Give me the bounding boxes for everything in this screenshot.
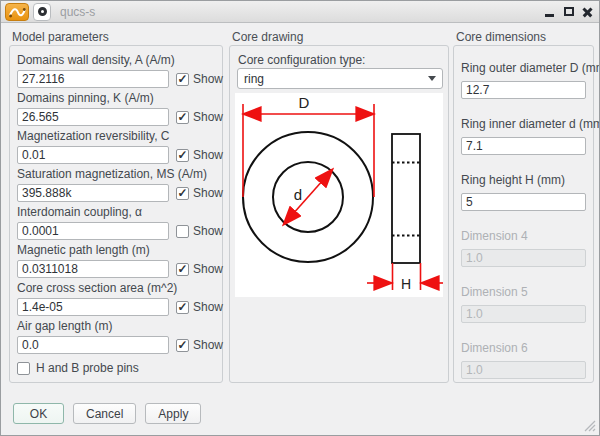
- param-field-cross-section: Core cross section area (m^2) ✓ Show: [17, 281, 217, 316]
- label-inner-diameter: d: [294, 186, 302, 203]
- dim-field-4: Dimension 4: [461, 229, 587, 267]
- titlebar: qucs-s: [1, 1, 599, 23]
- label-height: H: [401, 276, 411, 292]
- resize-grip[interactable]: [583, 419, 596, 432]
- param-field-pinning: Domains pinning, K (A/m) ✓ Show: [17, 91, 217, 126]
- core-dimensions-body: Ring outer diameter D (mm) Ring inner di…: [461, 61, 587, 397]
- chevron-down-icon: [428, 76, 436, 81]
- param-label: Magnetic path length (m): [17, 243, 217, 258]
- dim-label: Dimension 6: [461, 341, 587, 356]
- apply-button[interactable]: Apply: [145, 403, 201, 424]
- dim-label: Ring outer diameter D (mm): [461, 61, 587, 76]
- show-label: Show: [193, 338, 223, 352]
- core-diagram-canvas: D d H: [235, 93, 443, 297]
- minimize-icon: [545, 14, 554, 17]
- dim-input-4: [461, 249, 586, 267]
- show-checkbox[interactable]: ✓: [176, 73, 189, 86]
- show-checkbox[interactable]: ✓: [176, 187, 189, 200]
- show-checkbox[interactable]: ✓: [176, 263, 189, 276]
- show-label: Show: [193, 262, 223, 276]
- window-menu-icon[interactable]: [33, 3, 51, 21]
- group-title-core-dimensions: Core dimensions: [456, 30, 546, 44]
- probe-pins-row: ✓ H and B probe pins: [17, 361, 217, 375]
- core-config-value: ring: [244, 72, 264, 86]
- show-checkbox[interactable]: ✓: [176, 339, 189, 352]
- dialog-buttons: OK Cancel Apply: [13, 403, 201, 424]
- probe-pins-label: H and B probe pins: [36, 361, 139, 375]
- show-label: Show: [193, 300, 223, 314]
- dialog-window: qucs-s Model parameters Core drawing Cor…: [0, 0, 600, 436]
- param-label: Magnetization reversibility, C: [17, 129, 217, 144]
- param-field-coupling: Interdomain coupling, α ✓ Show: [17, 205, 217, 240]
- maximize-button[interactable]: [561, 4, 576, 19]
- dim-label: Dimension 5: [461, 285, 587, 300]
- dim-input-inner-diameter[interactable]: [461, 137, 586, 155]
- cancel-button[interactable]: Cancel: [73, 403, 136, 424]
- dim-label: Dimension 4: [461, 229, 587, 244]
- core-config-label: Core configuration type:: [238, 53, 365, 67]
- dim-field-6: Dimension 6: [461, 341, 587, 379]
- checkmark-icon: ✓: [177, 339, 187, 351]
- show-label: Show: [193, 148, 223, 162]
- maximize-icon: [564, 7, 574, 16]
- core-config-select[interactable]: ring: [237, 68, 443, 89]
- dim-input-outer-diameter[interactable]: [461, 81, 586, 99]
- minimize-button[interactable]: [542, 4, 557, 19]
- ring-side-view: [392, 134, 420, 263]
- param-input-coupling[interactable]: [17, 222, 169, 240]
- param-label: Saturation magnetization, MS (A/m): [17, 167, 217, 182]
- show-checkbox[interactable]: ✓: [176, 111, 189, 124]
- param-label: Core cross section area (m^2): [17, 281, 217, 296]
- group-title-model-parameters: Model parameters: [12, 30, 109, 44]
- show-checkbox[interactable]: ✓: [176, 149, 189, 162]
- ok-button[interactable]: OK: [13, 403, 64, 424]
- checkmark-icon: ✓: [177, 73, 187, 85]
- param-label: Domains wall density, A (A/m): [17, 53, 217, 68]
- show-checkbox[interactable]: ✓: [176, 301, 189, 314]
- core-diagram: D d H: [235, 93, 443, 297]
- param-label: Interdomain coupling, α: [17, 205, 217, 220]
- dim-label: Ring inner diameter d (mm): [461, 117, 587, 132]
- dim-field-height: Ring height H (mm): [461, 173, 587, 211]
- show-label: Show: [193, 72, 223, 86]
- window-title: qucs-s: [60, 5, 95, 19]
- param-input-saturation[interactable]: [17, 184, 169, 202]
- param-label: Air gap length (m): [17, 319, 217, 334]
- group-title-core-drawing: Core drawing: [232, 30, 303, 44]
- show-checkbox[interactable]: ✓: [176, 225, 189, 238]
- probe-pins-checkbox[interactable]: ✓: [17, 362, 30, 375]
- checkmark-icon: ✓: [177, 187, 187, 199]
- param-field-air-gap: Air gap length (m) ✓ Show: [17, 319, 217, 354]
- param-input-reversibility[interactable]: [17, 146, 169, 164]
- checkmark-icon: ✓: [177, 149, 187, 161]
- show-label: Show: [193, 224, 223, 238]
- param-label: Domains pinning, K (A/m): [17, 91, 217, 106]
- dim-arrow-d: [284, 170, 332, 224]
- checkmark-icon: ✓: [177, 111, 187, 123]
- param-input-cross-section[interactable]: [17, 298, 169, 316]
- dim-field-5: Dimension 5: [461, 285, 587, 323]
- show-label: Show: [193, 186, 223, 200]
- qucs-app-icon: [5, 3, 29, 21]
- dim-input-6: [461, 361, 586, 379]
- param-input-wall-density[interactable]: [17, 70, 169, 88]
- close-button[interactable]: [580, 4, 595, 19]
- param-field-saturation: Saturation magnetization, MS (A/m) ✓ Sho…: [17, 167, 217, 202]
- dim-field-outer-diameter: Ring outer diameter D (mm): [461, 61, 587, 99]
- label-outer-diameter: D: [299, 94, 310, 111]
- param-field-wall-density: Domains wall density, A (A/m) ✓ Show: [17, 53, 217, 88]
- dim-field-inner-diameter: Ring inner diameter d (mm): [461, 117, 587, 155]
- close-icon: [582, 6, 593, 17]
- show-label: Show: [193, 110, 223, 124]
- dim-input-height[interactable]: [461, 193, 586, 211]
- param-field-path-length: Magnetic path length (m) ✓ Show: [17, 243, 217, 278]
- dim-label: Ring height H (mm): [461, 173, 587, 188]
- dim-input-5: [461, 305, 586, 323]
- param-field-reversibility: Magnetization reversibility, C ✓ Show: [17, 129, 217, 164]
- checkmark-icon: ✓: [177, 301, 187, 313]
- param-input-path-length[interactable]: [17, 260, 169, 278]
- param-input-pinning[interactable]: [17, 108, 169, 126]
- model-parameters-body: Domains wall density, A (A/m) ✓ Show Dom…: [17, 53, 217, 375]
- param-input-air-gap[interactable]: [17, 336, 169, 354]
- checkmark-icon: ✓: [177, 263, 187, 275]
